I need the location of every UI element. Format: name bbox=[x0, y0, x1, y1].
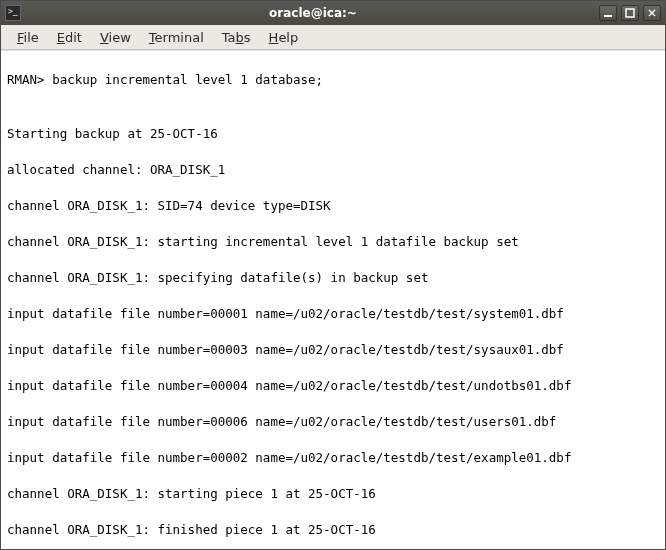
terminal-line: channel ORA_DISK_1: specifying datafile(… bbox=[7, 269, 659, 287]
terminal-app-icon bbox=[5, 5, 21, 21]
terminal-line: channel ORA_DISK_1: finished piece 1 at … bbox=[7, 521, 659, 539]
terminal-line: input datafile file number=00001 name=/u… bbox=[7, 305, 659, 323]
terminal-output[interactable]: RMAN> backup incremental level 1 databas… bbox=[1, 50, 665, 549]
menu-edit[interactable]: Edit bbox=[49, 28, 90, 47]
terminal-line: channel ORA_DISK_1: SID=74 device type=D… bbox=[7, 197, 659, 215]
menu-help[interactable]: Help bbox=[261, 28, 307, 47]
svg-rect-1 bbox=[626, 9, 634, 17]
svg-rect-0 bbox=[604, 15, 612, 17]
titlebar[interactable]: oracle@ica:~ bbox=[1, 1, 665, 25]
menu-tabs[interactable]: Tabs bbox=[214, 28, 259, 47]
terminal-line: Starting backup at 25-OCT-16 bbox=[7, 125, 659, 143]
terminal-line: input datafile file number=00004 name=/u… bbox=[7, 377, 659, 395]
terminal-line: input datafile file number=00002 name=/u… bbox=[7, 449, 659, 467]
close-button[interactable] bbox=[643, 5, 661, 21]
maximize-button[interactable] bbox=[621, 5, 639, 21]
terminal-line: RMAN> backup incremental level 1 databas… bbox=[7, 71, 659, 89]
maximize-icon bbox=[625, 8, 635, 18]
window-controls bbox=[599, 5, 661, 21]
terminal-line: channel ORA_DISK_1: starting piece 1 at … bbox=[7, 485, 659, 503]
close-icon bbox=[647, 8, 657, 18]
terminal-line: input datafile file number=00003 name=/u… bbox=[7, 341, 659, 359]
menubar: File Edit View Terminal Tabs Help bbox=[1, 25, 665, 50]
menu-terminal[interactable]: Terminal bbox=[141, 28, 212, 47]
terminal-window: oracle@ica:~ File Edit View bbox=[0, 0, 666, 550]
terminal-line: input datafile file number=00006 name=/u… bbox=[7, 413, 659, 431]
menu-file[interactable]: File bbox=[9, 28, 47, 47]
terminal-line: channel ORA_DISK_1: starting incremental… bbox=[7, 233, 659, 251]
minimize-icon bbox=[603, 8, 613, 18]
minimize-button[interactable] bbox=[599, 5, 617, 21]
menu-view[interactable]: View bbox=[92, 28, 139, 47]
window-title: oracle@ica:~ bbox=[27, 6, 599, 20]
terminal-line: allocated channel: ORA_DISK_1 bbox=[7, 161, 659, 179]
